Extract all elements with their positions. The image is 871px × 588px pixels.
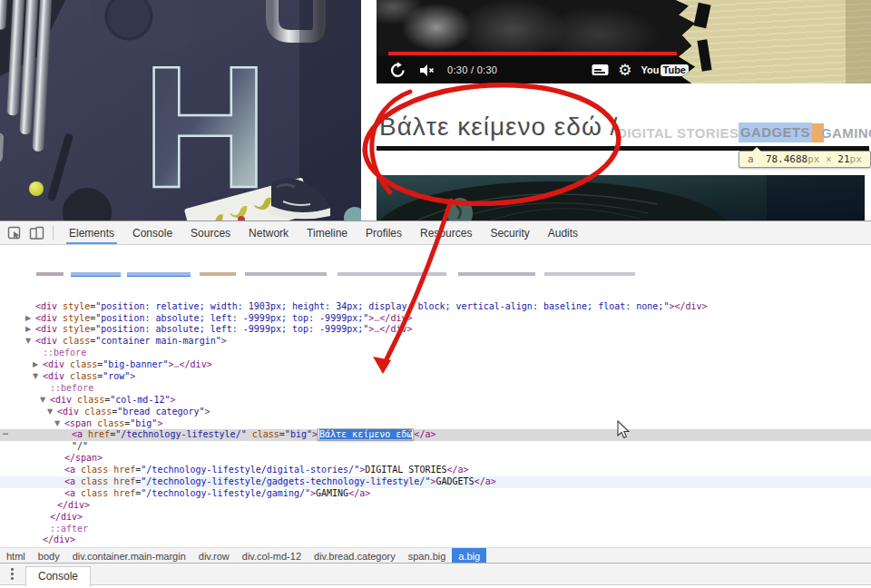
youtube-player[interactable]: 0:30 / 0:30 ⚙ You Tube (377, 0, 701, 83)
tree-row[interactable]: ▼<div class="row"> (0, 371, 871, 383)
expand-arrow-closed-icon[interactable]: ▶ (25, 313, 35, 325)
tree-row[interactable]: <a class href="/technology-lifestyle/gam… (0, 488, 871, 500)
tree-row[interactable]: ▶<div class="big-banner">…</div> (0, 359, 871, 371)
devtools-tabs: ElementsConsoleSourcesNetworkTimelinePro… (60, 221, 587, 244)
inline-text-editor[interactable]: Βάλτε κείμενο εδώ (318, 428, 414, 440)
expand-arrow-closed-icon[interactable]: ▶ (33, 359, 43, 371)
ad-banner: 0:30 / 0:30 ⚙ You Tube (377, 0, 871, 83)
nav-link-gadgets[interactable]: GADGETS (739, 122, 812, 142)
breadcrumb: htmlbodydiv.container.main-margindiv.row… (0, 547, 871, 563)
mute-icon[interactable] (419, 63, 436, 78)
expand-arrow-open-icon[interactable]: ▼ (40, 395, 50, 407)
tree-row[interactable]: ::after (0, 524, 871, 535)
tree-row[interactable]: ▶<div style="position: absolute; left: -… (0, 313, 871, 325)
tree-row[interactable]: ::before (0, 383, 871, 395)
subtitles-icon[interactable] (592, 64, 609, 76)
article-image (377, 175, 865, 220)
tree-row[interactable]: </div> (0, 500, 871, 512)
selected-text: Βάλτε κείμενο εδώ (319, 429, 412, 439)
page-content: 0:30 / 0:30 ⚙ You Tube Βά (377, 0, 871, 220)
tree-row[interactable]: ▼<div class="bread category"> (0, 407, 871, 418)
tree-row[interactable]: <a class href="/technology-lifestyle/dig… (0, 465, 871, 476)
elements-tree: <div style="position: relative; width: 1… (0, 245, 871, 547)
toolbar-separator (53, 225, 54, 240)
tree-row[interactable]: ▼<div class="row category-results"> (0, 546, 871, 547)
screenshot-root: H (0, 0, 871, 588)
youtube-logo[interactable]: You Tube (641, 64, 689, 76)
tab-console[interactable]: Console (123, 221, 181, 244)
expand-arrow-closed-icon[interactable]: ▶ (25, 324, 35, 336)
expand-arrow-open-icon[interactable]: ▼ (54, 418, 64, 430)
expand-arrow-open-icon[interactable]: ▼ (33, 546, 43, 547)
category-title-link[interactable]: Βάλτε κείμενο εδώ / (379, 113, 618, 142)
tree-row[interactable]: </span> (0, 453, 871, 465)
replay-icon[interactable] (389, 62, 406, 79)
yellow-ball (29, 181, 44, 196)
crumb-div.container.main-margin[interactable]: div.container.main-margin (66, 548, 192, 563)
console-drawer: Console (0, 563, 871, 588)
crumb-body[interactable]: body (32, 548, 66, 563)
clipped-row (0, 269, 871, 278)
expand-arrow-open-icon[interactable]: ▼ (25, 336, 35, 348)
crumb-div.col-md-12[interactable]: div.col-md-12 (236, 548, 308, 563)
drawer-menu-icon[interactable] (11, 568, 14, 582)
hero-image: H (0, 0, 361, 220)
nav-link-gaming[interactable]: GAMING (821, 125, 871, 141)
crumb-html[interactable]: html (0, 548, 32, 563)
tree-row[interactable]: …<a href="/technology-lifestyle/" class=… (0, 429, 871, 441)
inspect-element-icon[interactable] (7, 226, 22, 240)
devtools-panel: ElementsConsoleSourcesNetworkTimelinePro… (0, 220, 871, 588)
tree-row[interactable]: ▼<div class="col-md-12"> (0, 395, 871, 407)
tree-row[interactable]: <div style="position: relative; width: 1… (0, 301, 871, 313)
crumb-span.big[interactable]: span.big (402, 548, 453, 563)
tab-profiles[interactable]: Profiles (357, 221, 411, 244)
tree-row[interactable]: <a class href="/technology-lifestyle/gad… (0, 476, 871, 488)
tree-row[interactable]: ▼<div class="container main-margin"> (0, 336, 871, 348)
video-controls: 0:30 / 0:30 ⚙ You Tube (377, 56, 701, 83)
drawer-tab-console[interactable]: Console (25, 566, 91, 587)
tree-row[interactable]: </div> (0, 512, 871, 524)
device-toolbar-icon[interactable] (29, 226, 44, 240)
row-overflow-ellipsis: … (3, 426, 8, 438)
hero-illustration: H (0, 0, 361, 220)
tab-audits[interactable]: Audits (539, 221, 587, 244)
crumb-div.bread.category[interactable]: div.bread.category (308, 548, 402, 563)
tree-row[interactable]: "/" (0, 441, 871, 453)
nav-link-digital-stories[interactable]: DIGITAL STORIES (617, 125, 739, 141)
tree-row[interactable]: </div> (0, 534, 871, 546)
tree-row[interactable]: ▼<span class="big"> (0, 418, 871, 430)
nav-link-gadgets-wrap: GADGETS (739, 122, 824, 142)
tab-timeline[interactable]: Timeline (298, 221, 357, 244)
tab-resources[interactable]: Resources (411, 221, 481, 244)
tab-network[interactable]: Network (240, 221, 298, 244)
devtools-toolbar: ElementsConsoleSourcesNetworkTimelinePro… (0, 221, 871, 245)
tab-security[interactable]: Security (481, 221, 538, 244)
video-progress-bar[interactable] (388, 52, 677, 55)
tree-row[interactable]: ▶<div style="position: absolute; left: -… (0, 324, 871, 336)
crumb-a.big[interactable]: a.big (452, 548, 486, 563)
video-time: 0:30 / 0:30 (447, 64, 497, 75)
video-frame[interactable] (377, 0, 701, 54)
crumb-div.row[interactable]: div.row (192, 548, 236, 563)
tab-elements[interactable]: Elements (60, 221, 123, 244)
expand-arrow-open-icon[interactable]: ▼ (33, 371, 43, 383)
settings-gear-icon[interactable]: ⚙ (618, 63, 631, 78)
tree-row[interactable]: ::before (0, 348, 871, 359)
tab-sources[interactable]: Sources (181, 221, 240, 244)
size-tooltip: a 78.4688px × 21px (739, 151, 871, 168)
expand-arrow-open-icon[interactable]: ▼ (47, 407, 57, 418)
